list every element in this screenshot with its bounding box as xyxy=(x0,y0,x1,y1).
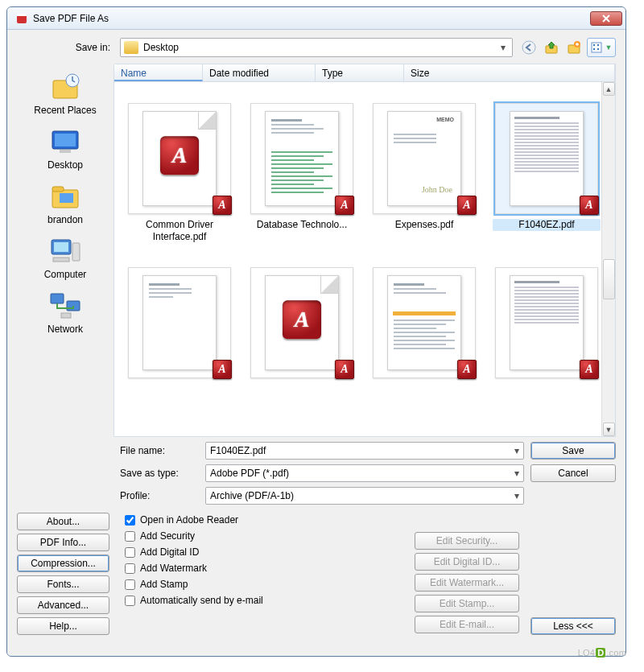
pdf-badge-icon: A xyxy=(335,196,354,215)
svg-rect-15 xyxy=(60,150,71,153)
back-icon xyxy=(522,40,536,55)
svg-rect-6 xyxy=(592,43,601,52)
open-in-reader-checkbox[interactable]: Open in Adobe Reader xyxy=(125,514,403,526)
file-item[interactable]: AA Common Driver Interface.pdf xyxy=(126,103,233,243)
svg-rect-20 xyxy=(54,242,68,252)
svg-rect-18 xyxy=(60,193,73,203)
advanced-button[interactable]: Advanced... xyxy=(17,596,109,614)
file-name: F1040EZ.pdf xyxy=(493,219,601,231)
add-watermark-checkbox[interactable]: Add Watermark xyxy=(125,563,403,574)
title-bar[interactable]: Save PDF File As xyxy=(7,7,625,30)
svg-point-10 xyxy=(597,48,598,50)
source-watermark: LO4D.com xyxy=(578,648,626,658)
save-as-type-combo[interactable]: Adobe PDF (*.pdf)▾ xyxy=(205,464,524,482)
file-name-input[interactable]: F1040EZ.pdf▾ xyxy=(205,442,524,460)
back-button[interactable] xyxy=(519,38,539,57)
desktop-icon xyxy=(124,41,138,54)
add-stamp-checkbox[interactable]: Add Stamp xyxy=(125,579,403,590)
new-folder-button[interactable] xyxy=(564,38,584,57)
svg-rect-22 xyxy=(53,258,69,262)
pdf-badge-icon: A xyxy=(457,196,477,215)
file-item[interactable]: A xyxy=(370,267,478,383)
add-security-checkbox[interactable]: Add Security xyxy=(125,530,403,542)
edit-watermark-button[interactable]: Edit Watermark... xyxy=(415,574,519,592)
close-button[interactable] xyxy=(590,11,622,26)
fonts-button[interactable]: Fonts... xyxy=(17,575,109,593)
compression-button[interactable]: Compression... xyxy=(17,555,109,572)
place-user[interactable]: brandon xyxy=(21,179,109,228)
app-icon xyxy=(15,12,28,25)
place-label: brandon xyxy=(47,214,83,225)
edit-stamp-button[interactable]: Edit Stamp... xyxy=(415,595,519,612)
svg-rect-23 xyxy=(51,294,64,303)
auto-email-checkbox[interactable]: Automatically send by e-mail xyxy=(125,595,403,606)
svg-point-8 xyxy=(597,44,598,46)
chevron-down-icon: ▾ xyxy=(514,490,519,501)
svg-rect-1 xyxy=(17,14,27,16)
file-item[interactable]: A xyxy=(493,267,601,383)
save-in-combo[interactable]: Desktop ▾ xyxy=(120,38,513,57)
pdf-info-button[interactable]: PDF Info... xyxy=(17,534,109,551)
chevron-down-icon: ▾ xyxy=(514,468,519,479)
file-name-label: File name: xyxy=(120,445,200,456)
chevron-down-icon: ▾ xyxy=(514,445,519,456)
column-type[interactable]: Type xyxy=(316,64,404,81)
pdf-icon: A xyxy=(283,300,321,339)
up-one-level-button[interactable] xyxy=(542,38,561,57)
scroll-thumb[interactable] xyxy=(603,259,615,299)
column-size[interactable]: Size xyxy=(404,64,615,81)
place-label: Computer xyxy=(44,269,87,280)
column-date[interactable]: Date modified xyxy=(203,64,316,81)
scroll-up-icon[interactable]: ▲ xyxy=(603,82,615,96)
computer-icon xyxy=(48,237,82,266)
file-item[interactable]: AA xyxy=(248,267,356,383)
file-item[interactable]: A Database Technolo... xyxy=(248,103,356,243)
file-item[interactable]: A xyxy=(126,267,233,383)
add-digital-id-checkbox[interactable]: Add Digital ID xyxy=(125,546,403,558)
file-item[interactable]: MEMOJohn DoeA Expenses.pdf xyxy=(370,103,478,243)
less-button[interactable]: Less <<< xyxy=(530,617,616,635)
pdf-badge-icon: A xyxy=(213,360,232,379)
save-dialog: Save PDF File As Save in: Desktop ▾ xyxy=(6,6,626,657)
chevron-down-icon: ▾ xyxy=(497,42,509,53)
recent-places-icon xyxy=(48,72,82,101)
place-computer[interactable]: Computer xyxy=(21,234,109,282)
svg-rect-17 xyxy=(52,187,64,192)
pdf-badge-icon: A xyxy=(213,196,232,215)
svg-rect-21 xyxy=(72,243,80,261)
pdf-badge-icon: A xyxy=(457,360,477,379)
profile-label: Profile: xyxy=(120,490,200,501)
column-name[interactable]: Name xyxy=(114,64,203,81)
save-as-type-label: Save as type: xyxy=(120,468,200,479)
file-name: Common Driver Interface.pdf xyxy=(126,219,233,243)
svg-point-9 xyxy=(592,48,594,50)
scroll-down-icon[interactable]: ▼ xyxy=(603,423,615,436)
view-menu-button[interactable]: ▼ xyxy=(587,38,616,57)
edit-security-button[interactable]: Edit Security... xyxy=(415,532,519,550)
edit-email-button[interactable]: Edit E-mail... xyxy=(415,616,519,633)
pdf-badge-icon: A xyxy=(580,360,599,379)
svg-rect-14 xyxy=(55,134,76,146)
save-button[interactable]: Save xyxy=(530,442,616,460)
help-button[interactable]: Help... xyxy=(17,617,109,635)
file-item-selected[interactable]: A F1040EZ.pdf xyxy=(493,103,601,243)
cancel-button[interactable]: Cancel xyxy=(530,464,616,482)
file-list[interactable]: Name Date modified Type Size AA Common D… xyxy=(114,64,616,437)
vertical-scrollbar[interactable]: ▲ ▼ xyxy=(601,82,615,436)
svg-point-2 xyxy=(522,41,535,54)
up-icon xyxy=(544,40,559,55)
place-network[interactable]: Network xyxy=(21,289,109,337)
place-recent[interactable]: Recent Places xyxy=(21,70,109,118)
file-name: Expenses.pdf xyxy=(370,219,478,231)
profile-combo[interactable]: Archive (PDF/A-1b)▾ xyxy=(205,487,524,505)
svg-rect-25 xyxy=(61,313,71,318)
about-button[interactable]: About... xyxy=(17,513,109,530)
desktop-icon xyxy=(48,127,82,156)
pdf-badge-icon: A xyxy=(335,360,354,379)
close-icon xyxy=(601,14,611,23)
edit-digital-id-button[interactable]: Edit Digital ID... xyxy=(415,553,519,571)
window-title: Save PDF File As xyxy=(33,13,590,24)
pdf-badge-icon: A xyxy=(580,196,599,215)
place-desktop[interactable]: Desktop xyxy=(21,125,109,173)
svg-point-7 xyxy=(592,44,594,46)
